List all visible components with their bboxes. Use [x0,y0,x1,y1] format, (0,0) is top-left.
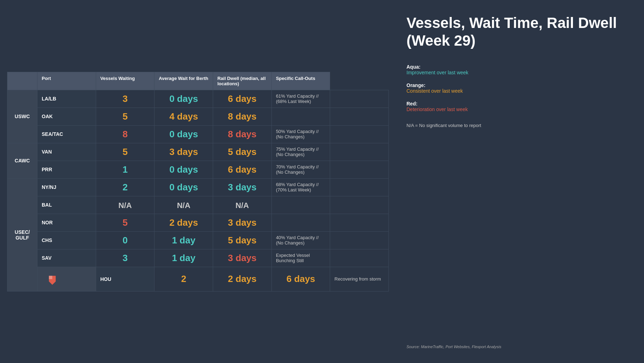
cell-callouts [271,108,330,125]
cell-port: SAV [37,249,96,267]
cell-callouts: 75% Yard Capacity // (No Changes) [271,143,330,161]
cell-port: PRR [37,161,96,178]
header-port: Port [37,72,96,90]
cell-vessels: 1 [96,161,154,178]
wait-value: 4 days [169,111,198,122]
cell-wait: 1 day [154,249,213,267]
cell-port: HOU [96,267,154,291]
cell-port: CHS [37,231,96,249]
dwell-value: 3 days [228,253,257,263]
table-row: CHS01 day5 days40% Yard Capacity // (No … [7,231,389,249]
cell-wait: 1 day [154,231,213,249]
table-row: SEA/TAC80 days8 days50% Yard Capacity //… [7,125,389,143]
cell-wait: 4 days [154,108,213,125]
cell-dwell: 6 days [271,267,330,291]
vessels-value: 0 [123,235,128,246]
cell-port: OAK [37,108,96,125]
cell-region: USWC [7,90,37,143]
header-wait: Average Wait for Berth [154,72,213,90]
cell-callouts: 61% Yard Capacity // (68% Last Week) [271,90,330,108]
cell-wait: 0 days [154,161,213,178]
cell-dwell: 5 days [213,231,271,249]
wait-value: 0 days [169,164,198,175]
cell-dwell: 3 days [213,214,271,231]
cell-dwell: 8 days [213,125,271,143]
legend-orange-label: Orange: [406,82,633,88]
cell-port: BAL [37,196,96,214]
cell-vessels: 3 [96,249,154,267]
table-row: NOR52 days3 days [7,214,389,231]
cell-dwell: 6 days [213,90,271,108]
table-row: USWCLA/LB30 days6 days61% Yard Capacity … [7,90,389,108]
cell-vessels: 3 [96,90,154,108]
cell-region [37,267,96,291]
dwell-value: 6 days [286,273,315,284]
header-callouts: Specific Call-Outs [271,72,330,90]
cell-dwell: 5 days [213,143,271,161]
cell-port: VAN [37,143,96,161]
logo-area [42,270,63,288]
dwell-value: 3 days [228,182,257,192]
sidebar-title: Vessels, Wait Time, Rail Dwell (Week 29) [406,14,633,50]
cell-dwell: 3 days [213,249,271,267]
cell-port: LA/LB [37,90,96,108]
source-text: Source: MarineTraffic, Port Websites, Fl… [406,345,633,349]
cell-callouts: Expected Vessel Bunching Still [271,249,330,267]
cell-callouts: Recovering from storm [330,267,389,291]
wait-value: 1 day [172,235,195,246]
header-vessels: Vessels Waiting [96,72,154,90]
cell-port: SEA/TAC [37,125,96,143]
legend-aqua: Aqua: Improvement over last week [406,64,633,75]
legend-aqua-desc: Improvement over last week [406,70,633,75]
cell-wait: 3 days [154,143,213,161]
table-section: Port Vessels Waiting Average Wait for Be… [0,0,396,363]
dwell-value: 6 days [228,93,257,104]
cell-vessels: 5 [96,143,154,161]
vessels-value: 2 [123,182,128,192]
cell-wait: N/A [154,196,213,214]
cell-wait: 0 days [154,178,213,196]
dwell-value: 5 days [228,235,257,246]
vessels-value: 1 [123,164,128,175]
legend-red-desc: Deterioration over last week [406,106,633,112]
na-value: N/A [235,201,249,210]
cell-callouts: 50% Yard Capacity // (No Changes) [271,125,330,143]
table-row: SAV31 day3 daysExpected Vessel Bunching … [7,249,389,267]
na-value: N/A [177,201,191,210]
legend-section: Aqua: Improvement over last week Orange:… [406,64,633,128]
cell-vessels: N/A [96,196,154,214]
na-value: N/A [118,201,132,210]
table-row: OAK54 days8 days [7,108,389,125]
cell-wait: 2 days [213,267,271,291]
cell-callouts: 70% Yard Capacity // (No Changes) [271,161,330,178]
header-dwell: Rail Dwell (median, all locations) [213,72,271,90]
legend-red-label: Red: [406,101,633,106]
cell-port: NOR [37,214,96,231]
vessels-value: 5 [123,111,128,122]
vessels-value: 3 [123,93,128,104]
cell-wait: 0 days [154,90,213,108]
dwell-value: 6 days [228,164,257,175]
cell-vessels: 8 [96,125,154,143]
header-region [7,72,37,90]
flexport-logo-icon [47,273,58,285]
wait-value: 3 days [169,146,198,157]
cell-region: CAWC [7,143,37,178]
main-container: Port Vessels Waiting Average Wait for Be… [0,0,644,363]
wait-value: 0 days [169,129,198,139]
legend-orange: Orange: Consistent over last week [406,82,633,94]
cell-wait: 0 days [154,125,213,143]
legend-red: Red: Deterioration over last week [406,101,633,112]
table-row: USEC/ GULFNY/NJ20 days3 days68% Yard Cap… [7,178,389,196]
wait-value: 2 days [228,273,257,284]
cell-callouts: 68% Yard Capacity // (70% Last Week) [271,178,330,196]
table-row: PRR10 days6 days70% Yard Capacity // (No… [7,161,389,178]
cell-dwell: 6 days [213,161,271,178]
vessels-value: 8 [123,129,128,139]
cell-vessels: 2 [154,267,213,291]
dwell-value: 3 days [228,217,257,228]
cell-region: USEC/ GULF [7,178,37,291]
table-row: BALN/AN/AN/A [7,196,389,214]
cell-vessels: 5 [96,214,154,231]
vessels-value: 5 [123,217,128,228]
